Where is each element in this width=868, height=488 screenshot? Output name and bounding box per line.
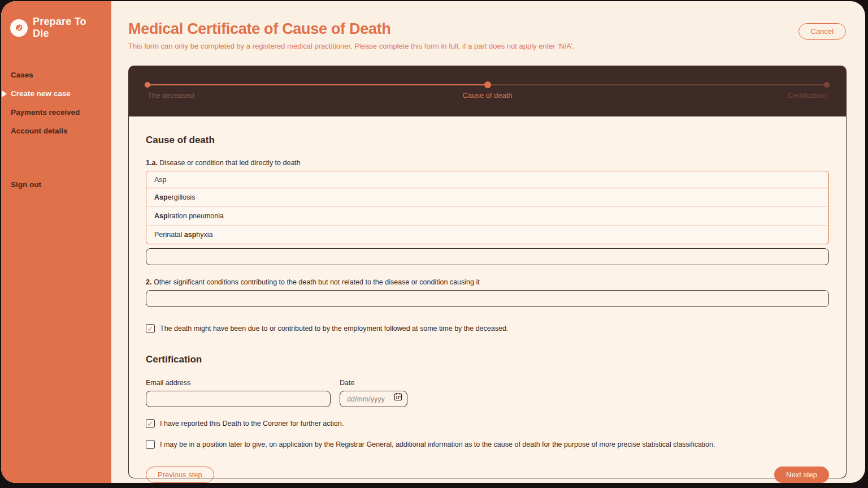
suggestion-aspiration-pneumonia[interactable]: Aspiration pneumonia — [146, 206, 828, 225]
field-2-input[interactable] — [146, 290, 829, 307]
date-field-group: Date — [340, 379, 407, 407]
field-label-2: 2. Other significant conditions contribu… — [146, 278, 829, 286]
page-title: Medical Certificate of Cause of Death — [128, 20, 847, 38]
app-window: Prepare To Die Cases Create new case Pay… — [1, 1, 865, 483]
suggestion-perinatal-asphyxia[interactable]: Perinatal asphyxia — [146, 225, 828, 244]
sidebar-item-sign-out[interactable]: Sign out — [1, 175, 111, 194]
suggestion-aspergillosis[interactable]: Aspergillosis — [146, 188, 828, 206]
main-content: Medical Certificate of Cause of Death Th… — [111, 1, 865, 483]
field-1b-input[interactable] — [146, 248, 829, 265]
field-label-1a-number: 1.a. — [146, 159, 158, 167]
stepper-label-cause-of-death[interactable]: Cause of death — [462, 91, 512, 100]
form-body: Cause of death 1.a. Disease or condition… — [128, 116, 847, 478]
date-input[interactable] — [340, 391, 407, 407]
page-subtitle: This form can only be completed by a reg… — [128, 42, 847, 50]
cancel-button[interactable]: Cancel — [798, 23, 846, 40]
registrar-checkbox-row[interactable]: ✓ I may be in a position later to give, … — [146, 440, 829, 449]
date-label: Date — [340, 379, 407, 387]
field-label-1a-text: Disease or condition that led directly t… — [158, 159, 301, 167]
brand-logo-icon — [10, 19, 28, 37]
progress-stepper: The deceased Cause of death Certificatio… — [128, 66, 847, 116]
sidebar: Prepare To Die Cases Create new case Pay… — [1, 1, 111, 483]
sidebar-item-create-new-case[interactable]: Create new case — [1, 84, 111, 103]
sidebar-item-cases[interactable]: Cases — [1, 66, 111, 84]
sidebar-item-payments-received[interactable]: Payments received — [1, 103, 111, 122]
employment-checkbox[interactable]: ✓ — [146, 324, 155, 333]
previous-step-button[interactable]: Previous step — [146, 467, 214, 483]
coroner-checkbox[interactable]: ✓ — [146, 419, 155, 428]
stepper-dot-certification[interactable] — [824, 82, 830, 88]
next-step-button[interactable]: Next step — [774, 467, 829, 483]
sidebar-item-account-details[interactable]: Account details — [1, 122, 111, 140]
app-logo: Prepare To Die — [1, 16, 111, 40]
section-heading-cause-of-death: Cause of death — [146, 135, 829, 146]
field-label-2-text: Other significant conditions contributin… — [151, 278, 479, 286]
stepper-label-certification[interactable]: Certification — [788, 91, 827, 100]
stepper-dot-the-deceased[interactable] — [145, 82, 150, 88]
email-input[interactable] — [146, 391, 331, 407]
stepper-dot-cause-of-death[interactable] — [484, 81, 491, 88]
employment-checkbox-row[interactable]: ✓ The death might have been due to or co… — [146, 324, 829, 333]
disease-input[interactable] — [146, 171, 828, 188]
email-field-group: Email address — [146, 379, 331, 407]
field-label-1a: 1.a. Disease or condition that led direc… — [146, 159, 829, 167]
employment-checkbox-label: The death might have been due to or cont… — [160, 325, 508, 332]
disease-combobox: Aspergillosis Aspiration pneumonia Perin… — [146, 171, 829, 244]
registrar-checkbox-label: I may be in a position later to give, on… — [160, 441, 715, 448]
disease-input-row — [146, 171, 828, 188]
form-footer: Previous step Next step — [146, 467, 829, 483]
form-card: The deceased Cause of death Certificatio… — [128, 66, 847, 478]
section-heading-certification: Certification — [146, 354, 829, 365]
field-label-2-number: 2. — [146, 278, 151, 286]
coroner-checkbox-label: I have reported this Death to the Corone… — [160, 420, 344, 427]
email-label: Email address — [146, 379, 331, 387]
stepper-label-the-deceased[interactable]: The deceased — [147, 91, 194, 100]
registrar-checkbox[interactable]: ✓ — [146, 440, 155, 449]
certification-fields-row: Email address Date — [146, 379, 829, 407]
app-title: Prepare To Die — [33, 16, 102, 40]
coroner-checkbox-row[interactable]: ✓ I have reported this Death to the Coro… — [146, 419, 829, 428]
